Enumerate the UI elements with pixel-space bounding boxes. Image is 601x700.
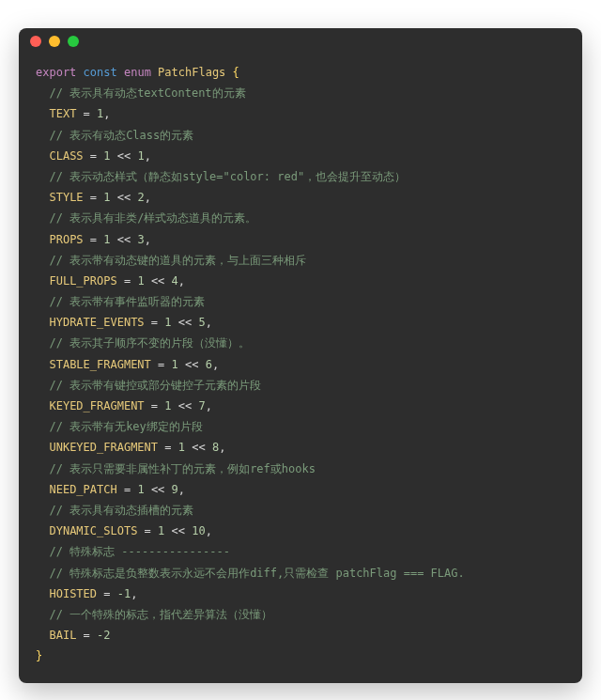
enum-member: NEED_PATCH = 1 << 9, bbox=[36, 479, 565, 500]
enum-member: PROPS = 1 << 3, bbox=[36, 229, 565, 250]
maximize-icon[interactable] bbox=[68, 36, 79, 47]
enum-member: BAIL = -2 bbox=[36, 625, 565, 646]
close-icon[interactable] bbox=[30, 36, 41, 47]
enum-member: STYLE = 1 << 2, bbox=[36, 187, 565, 208]
code-comment: // 表示具有动态textContent的元素 bbox=[36, 83, 565, 103]
code-comment: // 表示带有无key绑定的片段 bbox=[36, 416, 565, 437]
code-comment: // 表示动态样式（静态如style="color: red"，也会提升至动态） bbox=[36, 166, 565, 187]
code-block: export const enum PatchFlags { // 表示具有动态… bbox=[19, 54, 582, 683]
enum-member: TEXT = 1, bbox=[36, 103, 565, 124]
enum-member: FULL_PROPS = 1 << 4, bbox=[36, 271, 565, 291]
code-comment: // 表示带有动态键的道具的元素，与上面三种相斥 bbox=[36, 250, 565, 271]
enum-close: } bbox=[36, 646, 565, 666]
code-comment: // 特殊标志是负整数表示永远不会用作diff,只需检查 patchFlag =… bbox=[36, 563, 565, 583]
code-comment: // 表示具有动态插槽的元素 bbox=[36, 500, 565, 521]
code-comment: // 表示只需要非属性补丁的元素，例如ref或hooks bbox=[36, 459, 565, 479]
code-comment: // 表示带有事件监听器的元素 bbox=[36, 291, 565, 312]
code-comment: // 表示其子顺序不变的片段（没懂）。 bbox=[36, 333, 565, 353]
enum-member: HOISTED = -1, bbox=[36, 583, 565, 604]
enum-member: DYNAMIC_SLOTS = 1 << 10, bbox=[36, 521, 565, 541]
code-comment: // 一个特殊的标志，指代差异算法（没懂） bbox=[36, 604, 565, 625]
code-comment: // 表示有动态Class的元素 bbox=[36, 125, 565, 146]
minimize-icon[interactable] bbox=[49, 36, 60, 47]
enum-member: STABLE_FRAGMENT = 1 << 6, bbox=[36, 354, 565, 375]
enum-member: CLASS = 1 << 1, bbox=[36, 146, 565, 166]
enum-member: KEYED_FRAGMENT = 1 << 7, bbox=[36, 396, 565, 416]
code-comment: // 特殊标志 ---------------- bbox=[36, 541, 565, 562]
enum-declaration: export const enum PatchFlags { bbox=[36, 62, 565, 83]
code-comment: // 表示带有键控或部分键控子元素的片段 bbox=[36, 375, 565, 396]
code-comment: // 表示具有非类/样式动态道具的元素。 bbox=[36, 208, 565, 228]
enum-member: UNKEYED_FRAGMENT = 1 << 8, bbox=[36, 437, 565, 458]
window-titlebar bbox=[19, 28, 582, 54]
enum-member: HYDRATE_EVENTS = 1 << 5, bbox=[36, 312, 565, 333]
code-window: export const enum PatchFlags { // 表示具有动态… bbox=[19, 28, 582, 683]
